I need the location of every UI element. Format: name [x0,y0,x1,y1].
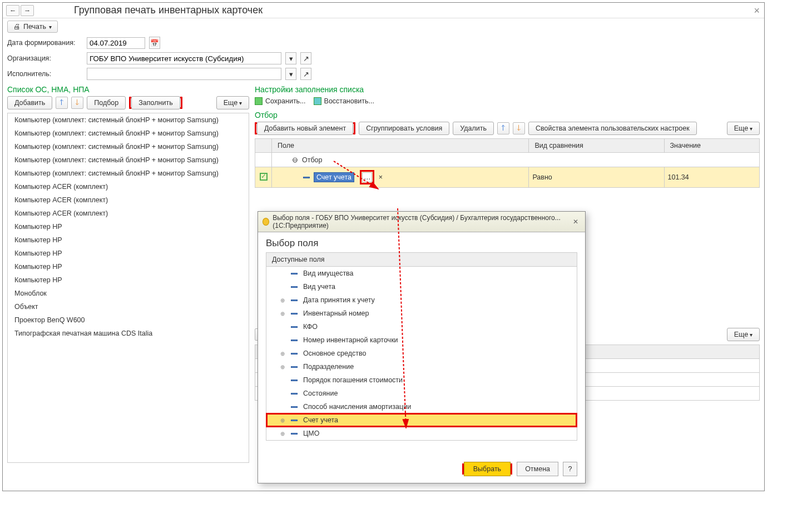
field-list-header: Доступные поля [266,253,577,267]
element-props-button[interactable]: Свойства элемента пользовательских настр… [528,122,697,135]
minus-icon [291,380,298,381]
list-item[interactable]: Компьютер ACER (комплект) [8,193,249,207]
field-select-dialog: Выбор поля - ГОБУ ВПО Университет искусс… [258,211,586,483]
filter-checkbox[interactable] [260,173,268,181]
filter-table: Поле Вид сравнения Значение ⊖ Отбор Счет… [255,138,760,188]
minus-icon [291,340,298,341]
expand-icon[interactable]: ⊕ [280,364,285,370]
filter-row[interactable]: Счет учета … × Равно 101.34 [255,167,760,188]
minus-icon [291,300,298,301]
asset-list[interactable]: Компьютер (комплект: системный блокHP + … [7,113,249,463]
expand-icon[interactable]: ⊕ [280,417,285,423]
move-down-button[interactable]: 🡓 [71,97,83,109]
field-list-item[interactable]: ⊕Инвентарный номер [266,307,577,320]
field-list-item[interactable]: ⊕Основное средство [266,347,577,360]
org-dropdown-icon[interactable]: ▾ [285,52,296,64]
pick-button[interactable]: Подбор [87,96,126,109]
col-value[interactable]: Значение [664,139,759,153]
field-list-item[interactable]: ⊕Подразделение [266,360,577,373]
expand-icon[interactable]: ⊕ [280,297,285,303]
calendar-icon[interactable]: 📅 [149,37,160,49]
list-item[interactable]: Компьютер (комплект: системный блокHP + … [8,167,249,180]
fill-button[interactable]: Заполнить [131,96,180,109]
org-label: Организация: [7,54,82,62]
field-label: Порядок погашения стоимости [303,376,403,384]
filter-compare-value[interactable]: Равно [529,167,664,188]
dialog-heading: Выбор поля [258,232,585,252]
expand-icon[interactable]: ⊕ [280,431,285,437]
field-list-item[interactable]: Порядок погашения стоимости [266,373,577,387]
field-list-item[interactable]: ⊕Дата принятия к учету [266,293,577,307]
list-item[interactable]: Проектор BenQ W600 [8,313,249,327]
list-item[interactable]: Компьютер HP [8,273,249,287]
list-item[interactable]: Компьютер HP [8,260,249,273]
field-list-item[interactable]: Состояние [266,387,577,400]
restore-settings-link[interactable]: Восстановить... [314,97,374,105]
field-list-item[interactable]: Способ начисления амортизации [266,400,577,413]
add-filter-button[interactable]: Добавить новый элемент [257,122,353,135]
expand-icon[interactable]: ⊕ [280,351,285,357]
page-title: Групповая печать инвентарных карточек [74,4,263,16]
list-item[interactable]: Компьютер ACER (комплект) [8,207,249,220]
group-cond-button[interactable]: Сгруппировать условия [359,122,449,135]
col-compare[interactable]: Вид сравнения [529,139,664,153]
help-button[interactable]: ? [563,462,577,476]
dialog-titlebar: Выбор поля - ГОБУ ВПО Университет искусс… [273,214,567,229]
filter-move-down-button[interactable]: 🡓 [513,122,525,134]
field-list[interactable]: Доступные поля Вид имуществаВид учета⊕Да… [266,252,577,441]
filter-root-row[interactable]: ⊖ Отбор [255,153,760,167]
list-item[interactable]: Объект [8,300,249,313]
list-item[interactable]: Моноблок [8,287,249,300]
field-list-item[interactable]: Вид учета [266,280,577,293]
org-input[interactable] [87,52,281,64]
minus-icon [303,177,310,178]
more-button-right[interactable]: Еще [727,122,760,135]
field-list-item[interactable]: Вид имущества [266,267,577,280]
clear-field-icon[interactable]: × [379,173,383,181]
close-icon[interactable]: × [754,5,760,17]
nav-back-button[interactable]: ← [6,5,19,16]
field-list-item[interactable]: Номер инвентарной карточки [266,333,577,347]
delete-button[interactable]: Удалить [453,122,494,135]
move-up-button[interactable]: 🡑 [56,97,68,109]
field-select-button[interactable]: … [362,172,372,182]
expand-icon[interactable]: ⊕ [280,311,285,317]
executor-dropdown-icon[interactable]: ▾ [285,68,296,80]
list-item[interactable]: Компьютер (комплект: системный блокHP + … [8,113,249,127]
field-label: Вид имущества [303,270,354,277]
filter-field-value[interactable]: Счет учета [314,172,354,182]
executor-open-icon[interactable]: ↗ [300,68,311,80]
filter-val-value[interactable]: 101.34 [664,167,759,188]
minus-icon [291,353,298,355]
add-button[interactable]: Добавить [7,96,52,109]
more-button-left[interactable]: Еще [216,96,249,109]
org-open-icon[interactable]: ↗ [300,52,311,64]
cancel-button[interactable]: Отмена [517,462,558,476]
field-label: Подразделение [303,363,354,371]
list-item[interactable]: Компьютер HP [8,220,249,233]
dialog-close-icon[interactable]: ✕ [571,218,581,226]
print-button[interactable]: 🖨 Печать [7,21,58,33]
more-button-sort[interactable]: Еще [727,328,760,341]
date-label: Дата формирования: [7,39,82,47]
executor-input[interactable] [87,68,281,80]
list-item[interactable]: Компьютер HP [8,247,249,260]
filter-move-up-button[interactable]: 🡑 [497,122,509,134]
list-item[interactable]: Компьютер (комплект: системный блокHP + … [8,140,249,153]
col-field[interactable]: Поле [272,139,529,153]
list-item[interactable]: Компьютер (комплект: системный блокHP + … [8,127,249,140]
nav-fwd-button[interactable]: → [21,5,34,16]
date-input[interactable] [87,37,145,49]
save-settings-link[interactable]: Сохранить... [255,97,306,105]
field-list-item[interactable]: ⊕ЦМО [266,427,577,440]
list-item[interactable]: Компьютер (комплект: системный блокHP + … [8,153,249,167]
field-list-item[interactable]: КФО [266,320,577,333]
list-item[interactable]: Компьютер ACER (комплект) [8,180,249,193]
field-label: Инвентарный номер [303,310,369,317]
disk-icon [255,97,263,105]
list-item[interactable]: Типографская печатная машина CDS Italia [8,327,249,340]
list-item[interactable]: Компьютер HP [8,233,249,247]
field-list-item[interactable]: ⊕Счет учета [266,413,577,427]
select-button[interactable]: Выбрать [464,462,511,476]
minus-icon [291,313,298,315]
